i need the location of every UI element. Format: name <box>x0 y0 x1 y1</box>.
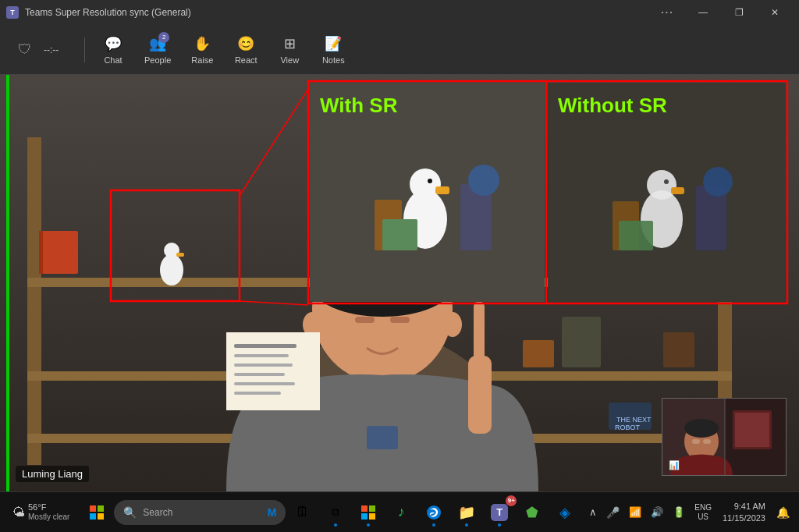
react-label: React <box>235 55 257 65</box>
svg-rect-36 <box>234 373 285 376</box>
toolbar-divider <box>84 37 85 62</box>
explorer-icon: 📁 <box>458 504 475 521</box>
language-indicator[interactable]: ENG US <box>691 502 715 523</box>
security-icon: 🛡 <box>12 37 37 62</box>
teams-notification-badge: 9+ <box>506 495 517 506</box>
widgets-button[interactable]: 🗓 <box>287 497 318 528</box>
svg-rect-78 <box>98 505 104 512</box>
raise-hand-button[interactable]: ✋ Raise <box>183 32 221 68</box>
taskbar: 🌤 56°F Mostly clear 🔍 Search M 🗓 <box>0 491 799 532</box>
close-button[interactable]: ✕ <box>757 0 793 25</box>
pip-video <box>662 399 787 476</box>
more-options-button[interactable]: ··· <box>649 0 685 25</box>
microsoft365-button[interactable] <box>353 497 384 528</box>
mic-tray-icon[interactable]: 🎤 <box>603 503 623 522</box>
svg-rect-2 <box>27 137 41 465</box>
svg-rect-59 <box>671 187 684 194</box>
minimize-button[interactable]: — <box>685 0 721 25</box>
weather-temp: 56°F <box>28 502 69 512</box>
task-view-icon: ⧉ <box>332 505 339 519</box>
taskbar-search-box[interactable]: 🔍 Search M <box>114 500 286 525</box>
chat-button[interactable]: 💬 Chat <box>94 32 132 68</box>
microsoft-logo-in-search: M <box>268 506 277 519</box>
svg-rect-82 <box>369 505 375 512</box>
clock-widget[interactable]: 9:41 AM 11/15/2023 <box>718 499 770 525</box>
weather-condition: Mostly clear <box>28 512 69 522</box>
language-label: ENG <box>694 503 712 512</box>
react-button[interactable]: 😊 React <box>227 32 265 68</box>
notification-button[interactable]: 🔔 <box>773 503 793 522</box>
svg-rect-80 <box>98 513 104 520</box>
spotify-button[interactable]: ♪ <box>385 497 417 528</box>
svg-rect-35 <box>234 364 293 367</box>
svg-rect-30 <box>474 301 485 364</box>
chat-label: Chat <box>104 55 122 65</box>
call-timer: --:-- <box>44 44 75 55</box>
people-badge-container: 👥 2 <box>149 35 166 52</box>
svg-point-28 <box>443 312 462 337</box>
start-button[interactable] <box>81 497 112 528</box>
active-speaker-indicator <box>6 75 9 491</box>
tray-overflow-button[interactable]: ∧ <box>586 503 600 521</box>
svg-point-50 <box>410 168 441 200</box>
svg-rect-64 <box>619 221 653 250</box>
task-view-button[interactable]: ⧉ <box>320 497 351 528</box>
svg-rect-83 <box>361 513 368 520</box>
battery-icon[interactable]: 🔋 <box>669 503 688 521</box>
widgets-icon: 🗓 <box>296 504 310 520</box>
view-icon: ⊞ <box>284 35 296 52</box>
svg-point-58 <box>647 170 676 200</box>
svg-rect-81 <box>361 505 368 512</box>
speaker-name-label: Luming Liang <box>16 466 89 482</box>
svg-rect-34 <box>234 354 289 357</box>
window-title: Teams Super Resolution sync (General) <box>25 7 191 18</box>
people-label: People <box>144 55 171 65</box>
time-display: 9:41 AM <box>734 501 765 512</box>
taskbar-search-icon: 🔍 <box>123 506 137 519</box>
app-extra-icon: ◈ <box>559 504 570 521</box>
svg-text:With SR: With SR <box>320 94 398 117</box>
teams-taskbar-button[interactable]: T 9+ <box>484 497 515 528</box>
svg-rect-19 <box>562 317 601 367</box>
people-button[interactable]: 👥 2 People <box>138 32 177 68</box>
svg-point-15 <box>160 254 183 286</box>
edge-button[interactable] <box>418 497 449 528</box>
xbox-icon: ⬟ <box>526 504 538 521</box>
svg-rect-51 <box>435 186 449 194</box>
svg-rect-74 <box>692 439 700 444</box>
pip-thumbnail[interactable]: 📊 <box>662 398 787 476</box>
title-bar: T Teams Super Resolution sync (General) … <box>0 0 799 25</box>
volume-icon[interactable]: 🔊 <box>648 503 666 521</box>
svg-point-55 <box>468 165 499 196</box>
svg-rect-77 <box>90 505 96 512</box>
svg-rect-37 <box>234 382 295 385</box>
video-area: THE NEXT ROBOT <box>0 75 799 491</box>
app-extra-button[interactable]: ◈ <box>549 497 581 528</box>
maximize-button[interactable]: ❐ <box>721 0 757 25</box>
svg-rect-26 <box>390 317 410 323</box>
edge-icon <box>426 505 442 520</box>
view-label: View <box>280 55 299 65</box>
explorer-button[interactable]: 📁 <box>451 497 482 528</box>
react-icon: 😊 <box>237 35 254 52</box>
svg-text:ROBOT: ROBOT <box>615 424 641 431</box>
notes-button[interactable]: 📝 Notes <box>314 32 352 68</box>
teams-app-logo: T <box>6 6 19 19</box>
weather-widget[interactable]: 🌤 56°F Mostly clear <box>6 499 76 525</box>
taskbar-search-placeholder: Search <box>143 507 172 518</box>
svg-point-52 <box>428 179 432 183</box>
taskbar-apps: 🔍 Search M 🗓 ⧉ ♪ <box>79 497 583 528</box>
weather-icon: 🌤 <box>12 505 25 520</box>
notes-icon: 📝 <box>325 35 342 52</box>
svg-text:THE NEXT: THE NEXT <box>616 416 652 424</box>
view-button[interactable]: ⊞ View <box>271 32 308 68</box>
svg-rect-75 <box>703 439 711 444</box>
svg-rect-20 <box>663 332 694 367</box>
meeting-toolbar: 🛡 --:-- 💬 Chat 👥 2 People ✋ Raise 😊 Reac… <box>0 25 799 75</box>
xbox-button[interactable]: ⬟ <box>517 497 548 528</box>
svg-rect-14 <box>39 231 43 274</box>
people-count-badge: 2 <box>158 32 169 43</box>
svg-rect-13 <box>39 231 78 274</box>
wifi-icon[interactable]: 📶 <box>626 503 645 521</box>
locale-label: US <box>698 512 708 522</box>
